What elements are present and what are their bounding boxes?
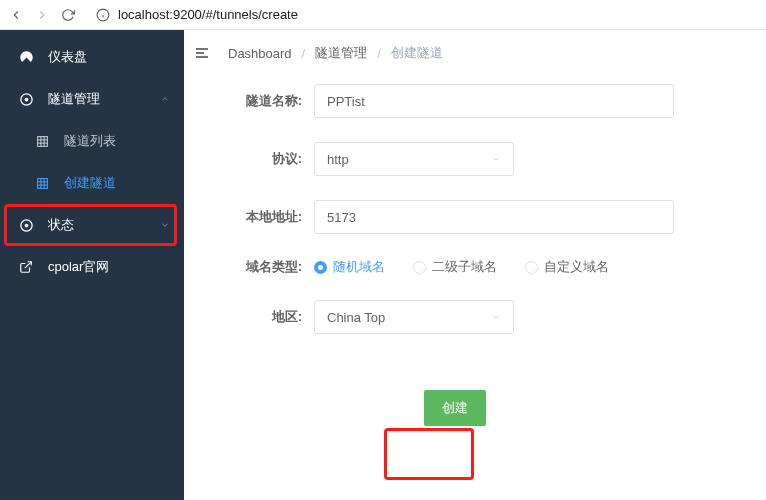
sidebar-item-tunnel-list[interactable]: 隧道列表 — [0, 120, 184, 162]
sidebar-item-cpolar[interactable]: cpolar官网 — [0, 246, 184, 288]
svg-line-15 — [25, 262, 31, 268]
browser-toolbar: localhost:9200/#/tunnels/create — [0, 0, 766, 30]
create-button[interactable]: 创建 — [424, 390, 486, 426]
back-button[interactable] — [8, 8, 24, 22]
sidebar-item-label: 创建隧道 — [64, 174, 116, 192]
svg-rect-9 — [37, 178, 47, 188]
grid-icon — [34, 133, 50, 149]
crumb-tunnels[interactable]: 隧道管理 — [315, 44, 367, 62]
forward-button[interactable] — [34, 8, 50, 22]
sidebar-item-label: 状态 — [48, 216, 74, 234]
protocol-value: http — [327, 152, 349, 167]
menu-toggle-icon[interactable] — [194, 45, 210, 61]
radio-circle — [525, 261, 538, 274]
sidebar-item-create-tunnel[interactable]: 创建隧道 — [0, 162, 184, 204]
tunnel-form: 隧道名称: 协议: http 本地地址: 域名类型: 随机域名 二级子域名 — [194, 84, 742, 426]
chevron-down-icon — [160, 220, 170, 230]
external-link-icon — [18, 259, 34, 275]
sidebar-item-status[interactable]: 状态 — [0, 204, 184, 246]
sidebar-item-label: 仪表盘 — [48, 48, 87, 66]
radio-subdomain[interactable]: 二级子域名 — [413, 258, 497, 276]
dashboard-icon — [18, 49, 34, 65]
crumb-create: 创建隧道 — [391, 44, 443, 62]
info-icon — [96, 8, 110, 22]
sidebar-item-label: 隧道管理 — [48, 90, 100, 108]
sidebar-item-label: 隧道列表 — [64, 132, 116, 150]
crumb-dashboard[interactable]: Dashboard — [228, 46, 292, 61]
sidebar-item-label: cpolar官网 — [48, 258, 109, 276]
radio-random-domain[interactable]: 随机域名 — [314, 258, 385, 276]
sidebar-item-tunnels[interactable]: 隧道管理 — [0, 78, 184, 120]
radio-label: 随机域名 — [333, 258, 385, 276]
local-addr-input[interactable] — [314, 200, 674, 234]
radio-circle — [413, 261, 426, 274]
highlight-box-button — [384, 428, 474, 480]
label-domain-type: 域名类型: — [214, 258, 314, 276]
reload-button[interactable] — [60, 8, 76, 22]
chevron-up-icon — [160, 94, 170, 104]
crumb-separator: / — [302, 46, 306, 61]
label-tunnel-name: 隧道名称: — [214, 92, 314, 110]
radio-circle — [314, 261, 327, 274]
tunnel-name-input[interactable] — [314, 84, 674, 118]
protocol-select[interactable]: http — [314, 142, 514, 176]
svg-point-3 — [24, 97, 28, 101]
url-text: localhost:9200/#/tunnels/create — [118, 7, 298, 22]
sidebar-item-dashboard[interactable]: 仪表盘 — [0, 36, 184, 78]
tunnels-icon — [18, 91, 34, 107]
content-area: Dashboard / 隧道管理 / 创建隧道 隧道名称: 协议: http 本… — [184, 30, 766, 500]
svg-rect-4 — [37, 136, 47, 146]
sidebar: 仪表盘 隧道管理 隧道列表 创建隧道 状态 cpolar官网 — [0, 30, 184, 500]
label-region: 地区: — [214, 308, 314, 326]
address-bar[interactable]: localhost:9200/#/tunnels/create — [86, 4, 758, 25]
label-protocol: 协议: — [214, 150, 314, 168]
status-icon — [18, 217, 34, 233]
breadcrumb: Dashboard / 隧道管理 / 创建隧道 — [194, 44, 742, 62]
radio-custom-domain[interactable]: 自定义域名 — [525, 258, 609, 276]
region-value: China Top — [327, 310, 385, 325]
chevron-down-icon — [491, 312, 501, 322]
svg-point-14 — [24, 223, 28, 227]
label-local-addr: 本地地址: — [214, 208, 314, 226]
chevron-down-icon — [491, 154, 501, 164]
crumb-separator: / — [377, 46, 381, 61]
grid-icon — [34, 175, 50, 191]
region-select[interactable]: China Top — [314, 300, 514, 334]
radio-label: 二级子域名 — [432, 258, 497, 276]
radio-label: 自定义域名 — [544, 258, 609, 276]
